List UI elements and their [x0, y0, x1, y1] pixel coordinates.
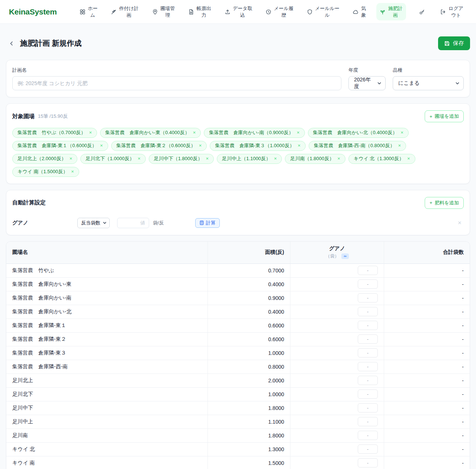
field-name-cell: 集落営農 倉庫隣-東２	[6, 333, 208, 346]
variety-select[interactable]: にこまる	[393, 76, 464, 90]
fertilizer-cell	[290, 443, 384, 456]
auto-calc-title: 自動計算設定	[12, 199, 46, 206]
add-field-button[interactable]: + 圃場を追加	[425, 110, 464, 122]
fertilizer-cell	[290, 291, 384, 305]
page-title: 施肥計画 新規作成	[20, 38, 82, 48]
area-cell: 0.7000	[208, 264, 290, 278]
calculate-button[interactable]: 計算	[195, 218, 220, 228]
guano-bags-input[interactable]	[358, 321, 378, 330]
nav-item[interactable]: 作付け計画	[107, 3, 142, 20]
guano-bags-input[interactable]	[358, 444, 378, 454]
field-chip-list: 集落営農 竹やぶ（0.7000反） × 集落営農 倉庫向かい-東（0.4000反…	[12, 128, 464, 177]
remove-fertilizer-button[interactable]: ×	[456, 219, 464, 227]
year-select[interactable]: 2026年度	[348, 76, 386, 90]
area-cell: 0.4000	[208, 305, 290, 319]
guano-bags-input[interactable]	[358, 266, 378, 275]
row-total-cell: -	[384, 360, 470, 374]
field-name-cell: 集落営農 竹やぶ	[6, 264, 208, 278]
field-name-cell: 集落営農 倉庫隣-東１	[6, 319, 208, 333]
fertilizer-cell	[290, 305, 384, 319]
guano-bags-input[interactable]	[358, 334, 378, 344]
nav-item[interactable]: ホーム	[76, 3, 101, 20]
guano-bags-input[interactable]	[358, 458, 378, 468]
fields-table: 圃場名 面積(反) グアノ （袋） ≃ 合計袋数 集落営農 竹やぶ 0.7000…	[6, 242, 470, 469]
row-total-cell: -	[384, 305, 470, 319]
field-chip: 集落営農 倉庫隣-西-南（0.8000反） ×	[309, 141, 406, 151]
calc-method-select[interactable]: 反当袋数	[77, 218, 110, 228]
field-chip: 集落営農 倉庫向かい-南（0.9000反） ×	[204, 128, 305, 138]
chip-remove-icon[interactable]: ×	[193, 130, 196, 136]
area-cell: 1.1000	[208, 415, 290, 429]
chip-remove-icon[interactable]: ×	[298, 143, 300, 149]
rounding-badge[interactable]: ≃	[341, 253, 348, 259]
chip-remove-icon[interactable]: ×	[398, 143, 401, 149]
guano-bags-input[interactable]	[358, 362, 378, 371]
chip-remove-icon[interactable]: ×	[100, 143, 103, 149]
fertilizer-cell	[290, 278, 384, 291]
row-total-cell: -	[384, 374, 470, 388]
guano-bags-input[interactable]	[358, 279, 378, 289]
field-name-cell: 足川南	[6, 429, 208, 443]
chip-remove-icon[interactable]: ×	[206, 156, 209, 162]
guano-bags-input[interactable]	[358, 348, 378, 358]
fertilizer-cell	[290, 388, 384, 401]
chip-remove-icon[interactable]: ×	[337, 156, 340, 162]
api-key-button[interactable]	[416, 7, 428, 17]
nav-item[interactable]: データ取込	[221, 3, 256, 20]
key-icon	[419, 9, 425, 15]
nav-item[interactable]: 施肥計画	[376, 3, 406, 20]
field-chip: キウイ 南（1.5000反） ×	[12, 167, 79, 177]
guano-bags-input[interactable]	[358, 389, 378, 399]
col-header-field: 圃場名	[6, 242, 208, 264]
guano-bags-input[interactable]	[358, 376, 378, 385]
add-fertilizer-button[interactable]: + 肥料を追加	[425, 197, 464, 209]
sprout-icon	[380, 9, 386, 15]
field-chip: 足川南（1.8000反） ×	[285, 154, 345, 164]
chip-remove-icon[interactable]: ×	[274, 156, 277, 162]
chip-remove-icon[interactable]: ×	[297, 130, 300, 136]
chip-remove-icon[interactable]: ×	[407, 156, 410, 162]
area-cell: 0.6000	[208, 333, 290, 346]
nav-item[interactable]: 圃場管理	[149, 3, 178, 20]
plus-icon: +	[430, 200, 432, 206]
nav-item[interactable]: メール履歴	[262, 3, 297, 20]
nav-item[interactable]: 帳票出力	[185, 3, 215, 20]
logout-icon	[440, 9, 446, 15]
col-header-area: 面積(反)	[208, 242, 290, 264]
field-name-cell: 足川北上	[6, 374, 208, 388]
chip-remove-icon[interactable]: ×	[70, 156, 73, 162]
guano-bags-input[interactable]	[358, 307, 378, 316]
row-total-cell: -	[384, 415, 470, 429]
row-total-cell: -	[384, 264, 470, 278]
fertilizer-cell	[290, 333, 384, 346]
fertilizer-cell	[290, 264, 384, 278]
chip-remove-icon[interactable]: ×	[89, 130, 92, 136]
area-cell: 1.0000	[208, 388, 290, 401]
top-navigation: KeinaSystem ホーム 作付け計画 圃場管理 帳票出力	[0, 0, 476, 24]
fertilizer-cell	[290, 429, 384, 443]
save-button[interactable]: 保存	[438, 36, 470, 50]
nav-item[interactable]: 気象	[349, 3, 370, 20]
chip-remove-icon[interactable]: ×	[199, 143, 202, 149]
guano-bags-input[interactable]	[358, 293, 378, 303]
nav-item[interactable]: メールルール	[303, 3, 343, 20]
back-button[interactable]	[6, 38, 17, 49]
guano-bags-input[interactable]	[358, 403, 378, 413]
guano-bags-input[interactable]	[358, 417, 378, 426]
row-total-cell: -	[384, 443, 470, 456]
cloud-icon	[353, 9, 358, 15]
row-total-cell: -	[384, 278, 470, 291]
col-header-total: 合計袋数	[384, 242, 470, 264]
field-chip: キウイ 北（1.3000反） ×	[348, 154, 415, 164]
chip-remove-icon[interactable]: ×	[401, 130, 403, 136]
logout-button[interactable]: ログアウト	[437, 3, 467, 20]
page-header: 施肥計画 新規作成 保存	[6, 36, 470, 50]
chip-remove-icon[interactable]: ×	[138, 156, 141, 162]
calc-value-input[interactable]	[117, 218, 149, 228]
field-name-cell: 集落営農 倉庫向かい-南	[6, 291, 208, 305]
field-chip: 集落営農 倉庫向かい-北（0.4000反） ×	[308, 128, 409, 138]
chip-remove-icon[interactable]: ×	[71, 169, 74, 175]
plan-name-input[interactable]	[12, 76, 341, 90]
guano-bags-input[interactable]	[358, 431, 378, 440]
area-cell: 1.8000	[208, 429, 290, 443]
